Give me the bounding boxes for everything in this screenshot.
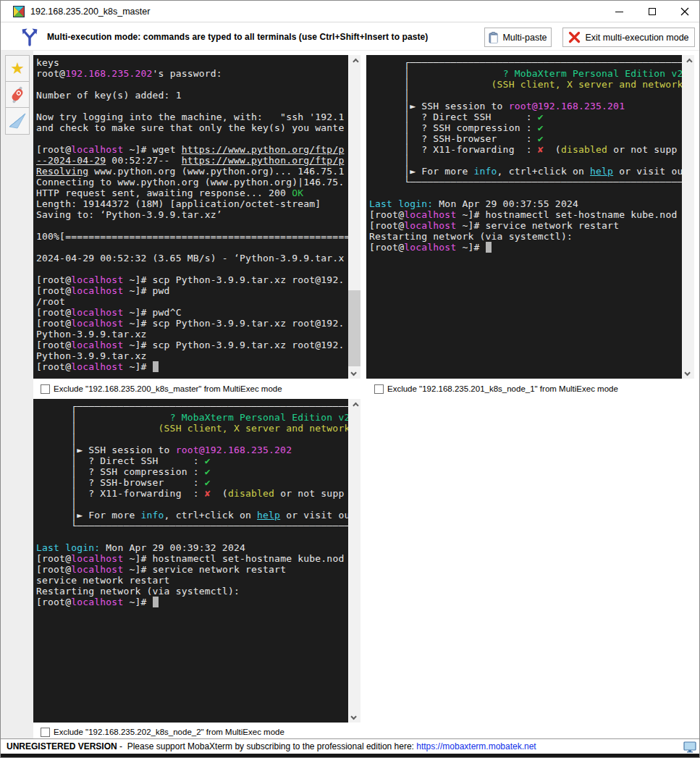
terminal-k8s-node-1[interactable]: ┌───────────────────────────────────────…: [366, 55, 694, 379]
taskbar-strip: [1, 754, 700, 758]
exit-multiexec-label: Exit multi-execution mode: [585, 33, 688, 43]
sidebar-games-button[interactable]: [6, 108, 29, 134]
chevron-down-icon: [350, 713, 356, 719]
multi-paste-button[interactable]: Multi-paste: [484, 28, 552, 47]
exclude-k8s-node-1-row: Exclude "192.168.235.201_k8s_node_1" fro…: [374, 383, 618, 395]
sidebar-tools-button[interactable]: [6, 82, 29, 108]
terminal-k8s-master[interactable]: keysroot@192.168.235.202's password: Num…: [33, 55, 360, 379]
chevron-up-icon: [353, 58, 358, 64]
scrollbar-down-button[interactable]: [348, 366, 360, 379]
mobaxterm-logo-icon: [13, 6, 25, 17]
paper-plane-icon: [8, 112, 27, 130]
chevron-down-icon: [350, 369, 356, 375]
maximize-button[interactable]: [636, 1, 668, 22]
chevron-up-icon: [353, 402, 358, 408]
scrollbar-thumb[interactable]: [348, 290, 360, 366]
scrollbar-up-button[interactable]: [348, 55, 360, 67]
minimize-button[interactable]: [603, 1, 636, 22]
terminal-k8s-node-2-scrollbar[interactable]: [348, 399, 360, 723]
monitor-icon[interactable]: [683, 741, 696, 753]
exclude-k8s-node-2-label: Exclude "192.168.235.202_k8s_node_2" fro…: [54, 728, 284, 736]
sidebar-icon-stack: ★: [5, 55, 30, 135]
sidebar: ★: [1, 51, 33, 738]
chevron-down-icon: [684, 369, 690, 375]
terminal-k8s-node-1-scrollbar[interactable]: [682, 55, 694, 379]
exclude-k8s-master-checkbox[interactable]: [41, 384, 50, 394]
clipboard-icon: [489, 32, 498, 43]
multiexec-toolbar: Multi-execution mode: commands are typed…: [1, 23, 700, 51]
scrollbar-down-button[interactable]: [682, 366, 694, 379]
exclude-k8s-node-2-checkbox[interactable]: [41, 728, 50, 737]
exclude-k8s-master-row: Exclude "192.168.235.200_k8s_master" fro…: [41, 383, 282, 395]
star-icon: ★: [10, 61, 25, 77]
multiexec-message: Multi-execution mode: commands are typed…: [47, 32, 428, 42]
scrollbar-up-button[interactable]: [682, 55, 694, 67]
chevron-up-icon: [686, 58, 692, 64]
statusbar: UNREGISTERED VERSION - Please support Mo…: [1, 738, 700, 754]
minimize-icon: [615, 12, 623, 12]
exclude-k8s-node-1-label: Exclude "192.168.235.201_k8s_node_1" fro…: [387, 384, 618, 393]
mobaxterm-window: 192.168.235.200_k8s_master Multi-executi…: [0, 0, 700, 758]
status-message: - Please support MobaXterm by subscribin…: [117, 741, 417, 751]
swiss-knife-icon: [8, 85, 27, 105]
terminal-k8s-master-scrollbar[interactable]: [348, 55, 360, 379]
mobatek-link[interactable]: https://mobaxterm.mobatek.net: [416, 741, 536, 751]
terminal-k8s-node-2-text[interactable]: ┌───────────────────────────────────────…: [33, 399, 348, 723]
terminal-k8s-node-2[interactable]: ┌───────────────────────────────────────…: [33, 399, 360, 723]
close-button[interactable]: [668, 1, 700, 22]
scrollbar-up-button[interactable]: [348, 399, 360, 411]
titlebar: 192.168.235.200_k8s_master: [1, 1, 700, 22]
red-x-icon: [568, 31, 581, 43]
sidebar-sessions-button[interactable]: ★: [6, 56, 29, 82]
terminal-k8s-master-text[interactable]: keysroot@192.168.235.202's password: Num…: [33, 55, 348, 379]
multi-execution-fork-icon: [21, 28, 38, 46]
close-icon: [680, 7, 689, 16]
window-title: 192.168.235.200_k8s_master: [30, 7, 150, 17]
unregistered-version-text: UNREGISTERED VERSION: [7, 741, 117, 751]
exclude-k8s-node-1-checkbox[interactable]: [374, 384, 384, 394]
maximize-icon: [649, 8, 656, 15]
scrollbar-down-button[interactable]: [348, 710, 360, 723]
multi-paste-label: Multi-paste: [502, 33, 547, 43]
exclude-k8s-node-2-row: Exclude "192.168.235.202_k8s_node_2" fro…: [41, 726, 284, 738]
terminal-k8s-node-1-text[interactable]: ┌───────────────────────────────────────…: [366, 55, 682, 379]
exclude-k8s-master-label: Exclude "192.168.235.200_k8s_master" fro…: [54, 384, 282, 393]
exit-multiexec-button[interactable]: Exit multi-execution mode: [562, 28, 695, 47]
